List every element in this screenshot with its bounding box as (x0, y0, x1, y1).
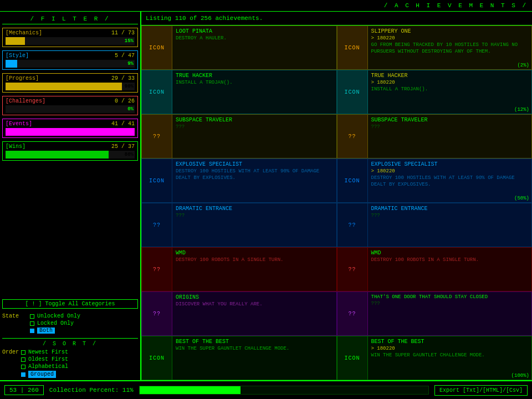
achievement-name-wmd2: WMD (371, 250, 529, 256)
sort-group: Order Newest First Oldest First Alpha (2, 349, 138, 378)
filter-events[interactable]: [Events] 41 / 41 (2, 119, 138, 138)
achievement-loot-pinata[interactable]: ICON Loot Pinata Destroy a Hauler. (141, 25, 337, 70)
achievement-icon-loot: ICON (142, 26, 172, 69)
achievement-icon-best2: ICON (337, 336, 368, 380)
mechanics-bar (6, 37, 25, 45)
wins-bar-container: 80% (6, 151, 135, 158)
achievement-dramatic1[interactable]: ?? Dramatic Entrance ??? (141, 203, 337, 247)
achievement-info-best2: Best of the Best > 180220 Win the Super … (368, 336, 532, 380)
page-title: / A C H I E V E M E N T S / (384, 2, 528, 9)
achievement-icon-dramatic2: ?? (337, 203, 368, 247)
hacker2-progress: > 180220 (371, 80, 529, 85)
achievement-icon-door: ?? (337, 292, 368, 335)
events-label: [Events] 41 / 41 (6, 121, 135, 127)
achievement-subspace2[interactable]: ?? Subspace Traveler ??? (337, 114, 533, 158)
achievement-name-subspace2: Subspace Traveler (371, 117, 529, 123)
state-unlocked-label: Unlocked Only (37, 313, 80, 319)
sort-alpha[interactable]: Alphabetical (21, 364, 68, 370)
achievement-desc-origins: Discover what you really are. (176, 301, 333, 308)
achievement-slippery[interactable]: ICON Slippery One > 180220 Go from being… (337, 25, 533, 70)
achievement-name-subspace1: Subspace Traveler (176, 117, 333, 123)
slippery-icon: ICON (344, 45, 360, 51)
achievement-desc-subspace1: ??? (176, 124, 333, 131)
events-bar (6, 128, 135, 136)
achievement-hacker2[interactable]: ICON True Hacker > 180220 Install a Troj… (337, 70, 533, 114)
challenges-pct: 0% (127, 105, 134, 113)
wins-pct: 80% (125, 151, 134, 158)
achievement-icon-explosive1: ICON (142, 159, 172, 202)
explosive2-progress: > 180220 (371, 168, 529, 174)
sort-oldest[interactable]: Oldest First (21, 356, 68, 362)
sort-alpha-label: Alphabetical (28, 364, 68, 370)
achievement-desc-dramatic1: ??? (176, 213, 333, 219)
bottom-count: 53 | 260 (4, 385, 44, 395)
achievement-best2[interactable]: ICON Best of the Best > 180220 Win the S… (337, 336, 533, 380)
achievement-subspace1[interactable]: ?? Subspace Traveler ??? (141, 114, 337, 158)
achievement-best1[interactable]: ICON Best of the Best Win the Super Gaun… (141, 336, 337, 380)
subspace1-icon: ?? (153, 134, 161, 140)
achievement-info-dramatic1: Dramatic Entrance ??? (172, 203, 336, 247)
state-locked[interactable]: Locked Only (30, 320, 80, 326)
state-locked-label: Locked Only (37, 320, 74, 326)
achievement-name-best1: Best of the Best (176, 339, 333, 345)
achievement-explosive1[interactable]: ICON Explosive Specialist Destroy 100 ho… (141, 158, 337, 203)
filter-style[interactable]: [Style] 5 / 47 9% (2, 50, 138, 70)
achievement-desc-hacker2: Install a Trojan(). (371, 86, 529, 93)
achievement-info-explosive1: Explosive Specialist Destroy 100 hostile… (172, 159, 336, 202)
achievement-icon-hacker2: ICON (337, 70, 368, 114)
sort-newest[interactable]: Newest First (21, 349, 68, 355)
achievement-info-loot: Loot Pinata Destroy a Hauler. (172, 26, 336, 69)
achievement-icon-subspace1: ?? (142, 115, 172, 158)
state-both[interactable]: Both (30, 328, 80, 334)
best1-icon: ICON (149, 355, 165, 361)
achievement-icon-dramatic1: ?? (142, 203, 172, 247)
achievement-info-hacker1: True Hacker Install a Trojan(). (172, 70, 336, 114)
filter-challenges[interactable]: [Challenges] 0 / 26 0% (2, 96, 138, 115)
achievement-dramatic2[interactable]: ?? Dramatic Entrance ??? (337, 203, 533, 247)
app-container: / A C H I E V E M E N T S / / F I L T E … (0, 0, 532, 399)
progress-pct: 90% (125, 83, 134, 90)
filter-wins[interactable]: [Wins] 25 / 37 80% (2, 141, 138, 161)
toggle-categories-button[interactable]: [ ! ] Toggle All Categories (2, 299, 138, 309)
achievement-desc-best2: Win the Super Gauntlet challenge mode. (371, 352, 529, 359)
achievement-wmd1[interactable]: ?? WMD Destroy 100 robots in a single tu… (141, 247, 337, 291)
wmd1-icon: ?? (153, 267, 161, 273)
achievement-info-best1: Best of the Best Win the Super Gauntlet … (172, 336, 336, 380)
export-button[interactable]: Export [Txt]/[HTML]/[Csv] (434, 385, 528, 396)
mechanics-label: [Mechanics] 11 / 73 (6, 30, 135, 36)
state-unlocked[interactable]: Unlocked Only (30, 313, 80, 319)
achievement-desc-subspace2: ??? (371, 124, 529, 131)
achievement-wmd2[interactable]: ?? WMD Destroy 100 robots in a single tu… (337, 247, 533, 291)
achievement-header: Listing 110 of 256 achievements. (141, 12, 532, 25)
best2-progress: > 180220 (371, 346, 529, 351)
sort-grouped[interactable]: Grouped (21, 371, 68, 378)
wins-bar (6, 151, 109, 158)
achievement-door[interactable]: ?? That's One Door That Should Stay Clos… (337, 291, 533, 336)
achievement-name-explosive2: Explosive Specialist (371, 161, 529, 167)
state-both-label: Both (37, 328, 55, 334)
achievement-desc-explosive1: Destroy 100 hostiles with at least 90% o… (176, 168, 333, 181)
filter-mechanics[interactable]: [Mechanics] 11 / 73 15% (2, 28, 138, 47)
radio-unlocked-dot (30, 314, 34, 319)
style-bar (6, 60, 17, 68)
dramatic2-icon: ?? (348, 222, 356, 228)
origins-icon: ?? (153, 311, 161, 317)
sort-grouped-dot (21, 372, 25, 377)
explosive2-pct: (50%) (514, 196, 529, 201)
best2-icon: ICON (344, 355, 360, 361)
achievement-info-subspace1: Subspace Traveler ??? (172, 115, 336, 158)
achievement-explosive2[interactable]: ICON Explosive Specialist > 180220 Destr… (337, 158, 533, 203)
filter-progress[interactable]: [Progress] 29 / 33 90% (2, 73, 138, 93)
achievement-origins[interactable]: ?? Origins Discover what you really are. (141, 291, 337, 336)
achievement-name-loot: Loot Pinata (176, 28, 333, 34)
state-section: State Unlocked Only Locked Only Both (2, 313, 138, 334)
achievement-desc-slippery: Go from being tracked by 10 hostiles to … (371, 42, 529, 55)
order-label: Order (2, 349, 19, 355)
bottom-bar: 53 | 260 Collection Percent: 11% Export … (0, 380, 532, 399)
slippery-pct: (2%) (517, 63, 529, 68)
achievement-info-explosive2: Explosive Specialist > 180220 Destroy 10… (368, 159, 532, 202)
achievement-name-door: That's One Door That Should Stay Closed (371, 294, 529, 300)
achievement-info-slippery: Slippery One > 180220 Go from being trac… (368, 26, 532, 69)
challenges-label: [Challenges] 0 / 26 (6, 98, 135, 104)
achievement-hacker1[interactable]: ICON True Hacker Install a Trojan(). (141, 70, 337, 114)
